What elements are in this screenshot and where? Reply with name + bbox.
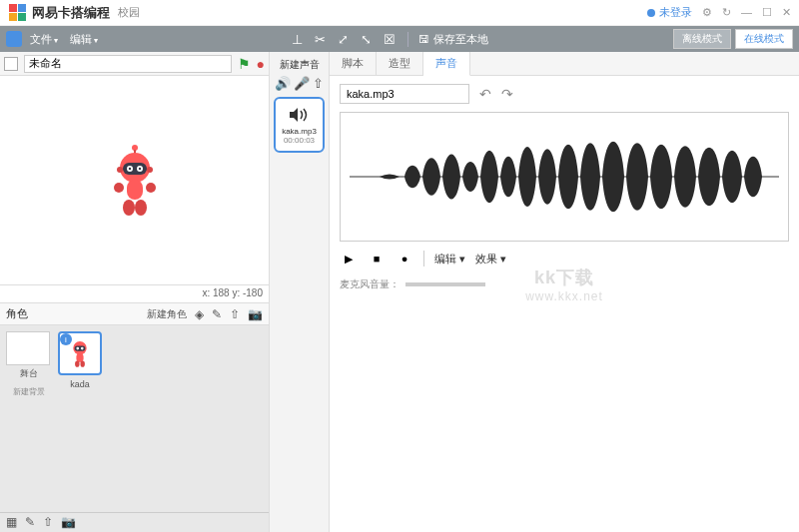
svg-point-18 — [81, 347, 84, 350]
close-icon[interactable]: ✕ — [782, 6, 791, 19]
shrink-icon[interactable]: ⤡ — [361, 32, 372, 47]
svg-point-13 — [123, 200, 135, 216]
svg-point-9 — [147, 167, 153, 173]
speaker-icon[interactable]: 🔊 — [275, 76, 291, 91]
paint-backdrop-icon[interactable]: ✎ — [25, 515, 35, 530]
tab-costumes[interactable]: 造型 — [377, 52, 423, 75]
waveform-canvas[interactable] — [340, 112, 789, 242]
menu-logo — [6, 31, 22, 47]
menu-edit[interactable]: 编辑▾ — [70, 32, 98, 47]
stage-canvas[interactable] — [0, 76, 269, 285]
camera-backdrop-icon[interactable]: 📷 — [61, 515, 76, 530]
svg-point-7 — [138, 167, 140, 169]
app-subtitle: 校园 — [118, 5, 140, 20]
sprite-thumbnail-kada[interactable]: i — [58, 331, 102, 375]
sprite-robot — [105, 142, 165, 218]
menu-file[interactable]: 文件▾ — [30, 32, 58, 47]
green-flag-icon[interactable]: ⚑ — [238, 56, 251, 72]
svg-point-12 — [146, 183, 156, 193]
stop-icon[interactable]: ● — [257, 56, 265, 72]
user-icon — [647, 9, 655, 17]
settings-icon[interactable]: ⚙ — [702, 6, 712, 19]
grow-icon[interactable]: ⤢ — [338, 32, 349, 47]
new-backdrop-label: 新建背景 — [6, 386, 52, 397]
svg-point-21 — [80, 361, 84, 367]
svg-point-17 — [76, 347, 79, 350]
refresh-icon[interactable]: ↻ — [722, 6, 731, 19]
tab-sounds[interactable]: 声音 — [423, 52, 470, 76]
paint-sprite-icon[interactable]: ✎ — [212, 307, 222, 321]
svg-rect-10 — [127, 180, 143, 200]
minimize-icon[interactable]: — — [741, 6, 752, 19]
mic-volume-slider[interactable] — [405, 282, 485, 286]
sound-item-kaka[interactable]: kaka.mp3 00:00:03 — [274, 97, 325, 153]
upload-sound-icon[interactable]: ⇧ — [313, 76, 324, 91]
svg-rect-16 — [75, 345, 86, 350]
sprite-section-label: 角色 — [6, 306, 28, 321]
sound-wave-icon — [286, 105, 314, 125]
app-title: 网易卡搭编程 — [32, 4, 110, 22]
upload-backdrop-icon[interactable]: ⇧ — [43, 515, 53, 530]
new-sound-label: 新建声音 — [274, 58, 325, 72]
tab-scripts[interactable]: 脚本 — [330, 52, 377, 75]
stop-button[interactable]: ■ — [368, 250, 386, 267]
mic-icon[interactable]: 🎤 — [294, 76, 310, 91]
redo-icon[interactable]: ↷ — [501, 86, 513, 102]
svg-rect-3 — [123, 163, 147, 175]
stamp-icon[interactable]: ⊥ — [292, 32, 303, 47]
sound-item-name: kaka.mp3 — [278, 127, 321, 136]
sprite-info-icon[interactable]: i — [60, 333, 72, 345]
offline-mode-button[interactable]: 离线模式 — [673, 29, 731, 49]
maximize-icon[interactable]: ☐ — [762, 6, 772, 19]
svg-point-8 — [117, 167, 123, 173]
app-logo — [8, 4, 26, 22]
disk-icon: 🖫 — [418, 33, 429, 45]
stage-thumbnail[interactable] — [6, 331, 50, 365]
record-button[interactable]: ● — [396, 250, 413, 267]
fullscreen-icon[interactable] — [4, 57, 18, 71]
undo-icon[interactable]: ↶ — [479, 86, 491, 102]
camera-sprite-icon[interactable]: 📷 — [248, 307, 263, 321]
upload-sprite-icon[interactable]: ⇧ — [230, 307, 240, 321]
play-button[interactable]: ▶ — [340, 250, 358, 267]
login-label: 未登录 — [659, 5, 692, 20]
svg-rect-19 — [76, 353, 83, 362]
effects-menu[interactable]: 效果 ▾ — [475, 252, 506, 266]
save-local-button[interactable]: 🖫 保存至本地 — [407, 32, 488, 47]
sound-item-duration: 00:00:03 — [278, 136, 321, 145]
svg-point-6 — [128, 167, 130, 169]
stage-coords: x: 188 y: -180 — [0, 285, 269, 303]
choose-sprite-icon[interactable]: ◈ — [195, 307, 204, 321]
mic-volume-label: 麦克风音量： — [340, 277, 400, 291]
edit-menu[interactable]: 编辑 ▾ — [434, 252, 465, 266]
svg-point-14 — [135, 200, 147, 216]
sprite-name-label: kada — [70, 379, 90, 389]
online-mode-button[interactable]: 在线模式 — [735, 29, 793, 49]
sound-name-input[interactable] — [340, 84, 469, 104]
help-icon[interactable]: ☒ — [384, 32, 396, 47]
project-name-input[interactable] — [24, 55, 232, 73]
svg-point-20 — [75, 361, 79, 367]
stage-thumb-label: 舞台 — [6, 367, 52, 380]
choose-backdrop-icon[interactable]: ▦ — [6, 515, 17, 530]
duplicate-icon[interactable]: ✂ — [315, 32, 326, 47]
new-sprite-label: 新建角色 — [147, 307, 187, 321]
svg-point-11 — [114, 183, 124, 193]
save-label: 保存至本地 — [433, 32, 488, 47]
login-link[interactable]: 未登录 — [647, 5, 692, 20]
